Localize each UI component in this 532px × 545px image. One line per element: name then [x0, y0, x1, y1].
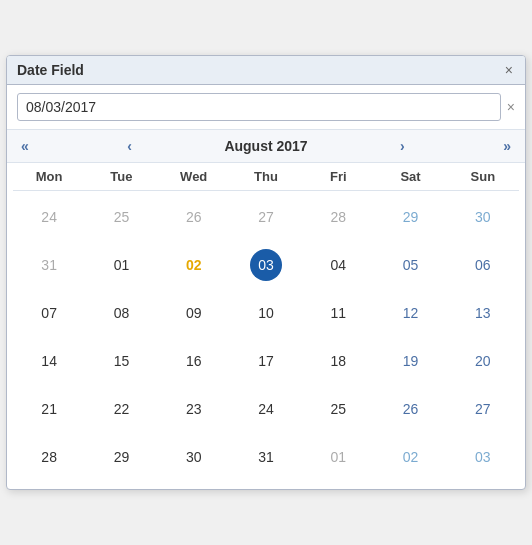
calendar-week-row: 21222324252627 [13, 385, 519, 433]
calendar-day[interactable]: 11 [302, 289, 374, 337]
calendar-day[interactable]: 29 [85, 433, 157, 481]
calendar-day[interactable]: 07 [13, 289, 85, 337]
calendar-day[interactable]: 01 [302, 433, 374, 481]
calendar-week-row: 31010203040506 [13, 241, 519, 289]
calendar-day[interactable]: 02 [158, 241, 230, 289]
input-clear-button[interactable]: × [507, 99, 515, 115]
calendar-day[interactable]: 02 [374, 433, 446, 481]
calendar-day[interactable]: 23 [158, 385, 230, 433]
calendar-header-tue: Tue [85, 163, 157, 190]
calendar-week-row: 14151617181920 [13, 337, 519, 385]
calendar-day[interactable]: 17 [230, 337, 302, 385]
dialog-close-button[interactable]: × [503, 62, 515, 78]
prev-month-button[interactable]: ‹ [121, 136, 138, 156]
calendar-day[interactable]: 03 [230, 241, 302, 289]
calendar-week-row: 24252627282930 [13, 193, 519, 241]
calendar-day[interactable]: 09 [158, 289, 230, 337]
calendar-day[interactable]: 20 [447, 337, 519, 385]
calendar-day[interactable]: 29 [374, 193, 446, 241]
calendar-day[interactable]: 15 [85, 337, 157, 385]
calendar-day[interactable]: 28 [13, 433, 85, 481]
calendar-day[interactable]: 26 [158, 193, 230, 241]
dialog-input-row: × [7, 85, 525, 130]
calendar-day[interactable]: 30 [447, 193, 519, 241]
calendar-day[interactable]: 13 [447, 289, 519, 337]
calendar-header-wed: Wed [158, 163, 230, 190]
calendar-month-label: August 2017 [224, 138, 307, 154]
next-month-button[interactable]: › [394, 136, 411, 156]
calendar-day[interactable]: 14 [13, 337, 85, 385]
calendar-day[interactable]: 21 [13, 385, 85, 433]
calendar-header-mon: Mon [13, 163, 85, 190]
calendar-day[interactable]: 05 [374, 241, 446, 289]
calendar-day[interactable]: 30 [158, 433, 230, 481]
dialog-title-bar: Date Field × [7, 56, 525, 85]
calendar-day[interactable]: 31 [230, 433, 302, 481]
calendar-grid: MonTueWedThuFriSatSun 242526272829303101… [7, 163, 525, 489]
calendar-header-sat: Sat [374, 163, 446, 190]
calendar-day[interactable]: 27 [230, 193, 302, 241]
calendar-day[interactable]: 12 [374, 289, 446, 337]
calendar-day[interactable]: 25 [85, 193, 157, 241]
calendar-day[interactable]: 28 [302, 193, 374, 241]
calendar-nav: « ‹ August 2017 › » [7, 130, 525, 163]
calendar-day[interactable]: 31 [13, 241, 85, 289]
calendar-weeks: 2425262728293031010203040506070809101112… [13, 193, 519, 481]
calendar-day[interactable]: 24 [230, 385, 302, 433]
calendar-day[interactable]: 08 [85, 289, 157, 337]
prev-prev-month-button[interactable]: « [15, 136, 35, 156]
next-next-month-button[interactable]: » [497, 136, 517, 156]
date-input[interactable] [17, 93, 501, 121]
calendar-day[interactable]: 01 [85, 241, 157, 289]
calendar-day[interactable]: 04 [302, 241, 374, 289]
calendar-header-sun: Sun [447, 163, 519, 190]
calendar-day[interactable]: 22 [85, 385, 157, 433]
date-picker-dialog: Date Field × × « ‹ August 2017 › » MonTu… [6, 55, 526, 490]
calendar-day[interactable]: 24 [13, 193, 85, 241]
dialog-title: Date Field [17, 62, 84, 78]
calendar-day[interactable]: 16 [158, 337, 230, 385]
calendar-day[interactable]: 10 [230, 289, 302, 337]
calendar-day[interactable]: 19 [374, 337, 446, 385]
calendar-header-row: MonTueWedThuFriSatSun [13, 163, 519, 191]
calendar-header-thu: Thu [230, 163, 302, 190]
calendar-day[interactable]: 26 [374, 385, 446, 433]
calendar-week-row: 07080910111213 [13, 289, 519, 337]
calendar-week-row: 28293031010203 [13, 433, 519, 481]
calendar-header-fri: Fri [302, 163, 374, 190]
calendar-day[interactable]: 18 [302, 337, 374, 385]
calendar-day[interactable]: 25 [302, 385, 374, 433]
calendar-day[interactable]: 27 [447, 385, 519, 433]
calendar-day[interactable]: 03 [447, 433, 519, 481]
calendar-day[interactable]: 06 [447, 241, 519, 289]
